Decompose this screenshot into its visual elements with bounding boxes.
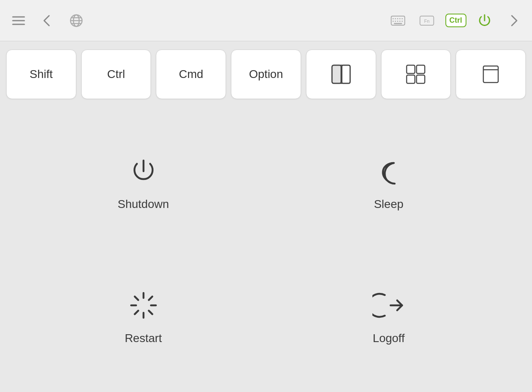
chevron-left-icon[interactable] bbox=[37, 10, 58, 31]
keyboard-icon[interactable] bbox=[388, 10, 408, 31]
logoff-action[interactable]: Logoff bbox=[270, 254, 507, 380]
option-key[interactable]: Option bbox=[231, 50, 301, 99]
svg-text:Fn: Fn bbox=[424, 18, 430, 23]
ctrl-active-icon[interactable]: Ctrl bbox=[445, 10, 466, 31]
sleep-label: Sleep bbox=[374, 198, 404, 211]
logoff-label: Logoff bbox=[373, 332, 405, 345]
sleep-action[interactable]: Sleep bbox=[270, 120, 507, 246]
fn-icon[interactable]: Fn bbox=[417, 10, 437, 31]
svg-line-38 bbox=[134, 310, 138, 314]
svg-rect-24 bbox=[342, 65, 350, 83]
power-toolbar-icon[interactable] bbox=[474, 10, 495, 31]
svg-line-36 bbox=[148, 310, 152, 314]
sleep-icon bbox=[372, 155, 405, 188]
svg-rect-27 bbox=[407, 75, 415, 83]
chevron-right-icon[interactable] bbox=[503, 10, 524, 31]
modifier-keys-row: Shift Ctrl Cmd Option bbox=[0, 41, 532, 107]
toolbar: Fn Ctrl bbox=[0, 0, 532, 41]
restart-action[interactable]: Restart bbox=[25, 254, 262, 380]
svg-rect-23 bbox=[332, 65, 341, 83]
ctrl-key[interactable]: Ctrl bbox=[81, 50, 151, 99]
shutdown-label: Shutdown bbox=[118, 198, 169, 211]
restart-icon bbox=[127, 289, 160, 322]
svg-rect-26 bbox=[417, 65, 425, 73]
cmd-key[interactable]: Cmd bbox=[156, 50, 226, 99]
svg-rect-25 bbox=[407, 65, 415, 73]
ctrl-active-label: Ctrl bbox=[445, 14, 466, 27]
globe-icon[interactable] bbox=[66, 10, 87, 31]
shutdown-action[interactable]: Shutdown bbox=[25, 120, 262, 246]
snap-left-key[interactable] bbox=[306, 50, 376, 99]
logoff-icon bbox=[372, 289, 405, 322]
svg-line-37 bbox=[148, 296, 152, 300]
svg-rect-28 bbox=[417, 75, 425, 83]
grid-key[interactable] bbox=[381, 50, 451, 99]
menu-icon[interactable] bbox=[8, 10, 29, 31]
actions-grid: Shutdown Sleep Restart bbox=[0, 107, 532, 392]
shutdown-icon bbox=[127, 155, 160, 188]
shift-key[interactable]: Shift bbox=[6, 50, 76, 99]
svg-line-35 bbox=[134, 296, 138, 300]
window-key[interactable] bbox=[456, 50, 526, 99]
svg-rect-29 bbox=[483, 66, 498, 83]
restart-label: Restart bbox=[125, 332, 162, 345]
